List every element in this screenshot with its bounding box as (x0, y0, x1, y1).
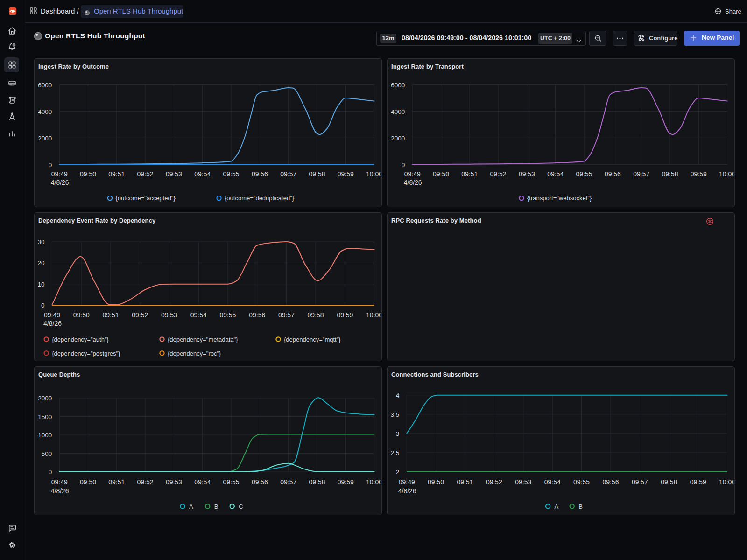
svg-text:09:51: 09:51 (108, 170, 125, 178)
svg-text:10:00: 10:00 (366, 311, 382, 319)
svg-text:09:59: 09:59 (338, 170, 354, 178)
svg-text:{outcome="accepted"}: {outcome="accepted"} (116, 195, 176, 202)
svg-text:09:55: 09:55 (223, 478, 240, 486)
svg-text:09:49: 09:49 (399, 478, 415, 486)
svg-text:09:52: 09:52 (132, 311, 148, 319)
svg-text:0: 0 (49, 161, 52, 168)
svg-text:1500: 1500 (38, 413, 52, 420)
svg-text:2.5: 2.5 (390, 449, 399, 456)
svg-text:09:54: 09:54 (194, 478, 211, 486)
svg-text:09:58: 09:58 (308, 311, 324, 319)
svg-text:09:49: 09:49 (51, 170, 68, 178)
svg-text:09:56: 09:56 (252, 478, 268, 486)
svg-text:0: 0 (41, 302, 45, 309)
svg-text:09:52: 09:52 (137, 170, 154, 178)
svg-text:09:49: 09:49 (44, 311, 60, 319)
svg-text:09:50: 09:50 (80, 170, 96, 178)
svg-text:4000: 4000 (391, 108, 405, 115)
svg-text:09:54: 09:54 (544, 478, 561, 486)
svg-text:4/8/26: 4/8/26 (51, 179, 69, 186)
svg-text:09:53: 09:53 (166, 478, 182, 486)
svg-text:2000: 2000 (391, 135, 405, 142)
svg-text:1000: 1000 (38, 432, 52, 439)
svg-text:C: C (239, 503, 243, 510)
svg-text:{dependency="auth"}: {dependency="auth"} (52, 336, 109, 343)
svg-text:B: B (214, 503, 218, 510)
svg-text:09:52: 09:52 (137, 478, 154, 486)
svg-text:0: 0 (49, 469, 52, 476)
svg-text:09:51: 09:51 (457, 478, 473, 486)
svg-text:3.5: 3.5 (390, 411, 399, 418)
svg-text:09:51: 09:51 (108, 478, 125, 486)
svg-text:09:51: 09:51 (461, 170, 478, 178)
svg-text:500: 500 (42, 450, 52, 457)
svg-text:09:57: 09:57 (633, 170, 649, 178)
svg-text:09:57: 09:57 (280, 170, 296, 178)
svg-text:09:53: 09:53 (166, 170, 182, 178)
svg-text:09:56: 09:56 (249, 311, 265, 319)
svg-text:6000: 6000 (391, 82, 405, 89)
svg-text:2000: 2000 (38, 135, 52, 142)
svg-text:2: 2 (396, 469, 400, 476)
svg-text:4/8/26: 4/8/26 (398, 487, 416, 495)
svg-text:09:59: 09:59 (338, 478, 354, 486)
svg-text:09:53: 09:53 (161, 311, 177, 319)
svg-text:09:58: 09:58 (661, 478, 677, 486)
svg-text:09:58: 09:58 (309, 478, 325, 486)
svg-text:10:00: 10:00 (366, 478, 382, 486)
svg-text:09:50: 09:50 (428, 478, 444, 486)
svg-text:09:53: 09:53 (519, 170, 535, 178)
svg-text:09:59: 09:59 (691, 170, 707, 178)
svg-text:6000: 6000 (38, 82, 52, 89)
svg-text:4/8/26: 4/8/26 (43, 320, 62, 327)
svg-text:{dependency="metadata"}: {dependency="metadata"} (168, 336, 238, 343)
svg-text:09:57: 09:57 (632, 478, 648, 486)
svg-text:09:54: 09:54 (194, 170, 211, 178)
svg-text:09:57: 09:57 (278, 311, 295, 319)
svg-text:09:54: 09:54 (547, 170, 564, 178)
svg-text:09:55: 09:55 (223, 170, 240, 178)
svg-text:B: B (578, 503, 583, 510)
svg-text:09:52: 09:52 (486, 478, 502, 486)
svg-text:0: 0 (402, 161, 405, 168)
svg-text:09:58: 09:58 (309, 170, 325, 178)
svg-text:09:54: 09:54 (190, 311, 207, 319)
svg-text:A: A (189, 503, 193, 510)
svg-text:4000: 4000 (38, 108, 52, 115)
svg-text:09:59: 09:59 (337, 311, 353, 319)
svg-text:09:57: 09:57 (280, 478, 296, 486)
svg-text:4/8/26: 4/8/26 (404, 179, 422, 186)
svg-text:09:55: 09:55 (573, 478, 590, 486)
svg-text:09:55: 09:55 (576, 170, 592, 178)
svg-text:09:58: 09:58 (662, 170, 678, 178)
svg-text:09:51: 09:51 (102, 311, 119, 319)
svg-text:{dependency="mqtt"}: {dependency="mqtt"} (284, 336, 341, 343)
svg-text:10:00: 10:00 (366, 170, 382, 178)
svg-text:{outcome="deduplicated"}: {outcome="deduplicated"} (225, 195, 295, 202)
svg-text:09:56: 09:56 (605, 170, 621, 178)
svg-text:30: 30 (37, 238, 44, 245)
svg-text:{transport="websocket"}: {transport="websocket"} (527, 195, 592, 202)
svg-text:09:53: 09:53 (515, 478, 531, 486)
svg-text:09:59: 09:59 (690, 478, 706, 486)
svg-text:A: A (555, 503, 559, 510)
svg-text:09:56: 09:56 (602, 478, 619, 486)
svg-text:10:00: 10:00 (719, 170, 735, 178)
svg-text:09:50: 09:50 (433, 170, 449, 178)
svg-text:09:50: 09:50 (80, 478, 96, 486)
svg-text:09:52: 09:52 (490, 170, 507, 178)
svg-text:4: 4 (396, 392, 400, 399)
svg-text:09:49: 09:49 (404, 170, 421, 178)
svg-text:10:00: 10:00 (719, 478, 735, 486)
svg-text:{dependency="postgres"}: {dependency="postgres"} (52, 350, 120, 357)
svg-text:4/8/26: 4/8/26 (51, 487, 69, 495)
svg-text:3: 3 (396, 430, 400, 437)
svg-text:{dependency="rpc"}: {dependency="rpc"} (168, 350, 221, 357)
svg-text:2000: 2000 (38, 395, 52, 402)
svg-text:09:55: 09:55 (219, 311, 236, 319)
svg-text:09:56: 09:56 (252, 170, 268, 178)
svg-text:20: 20 (37, 259, 44, 266)
svg-text:09:50: 09:50 (73, 311, 90, 319)
svg-text:10: 10 (37, 281, 44, 288)
svg-text:09:49: 09:49 (51, 478, 68, 486)
